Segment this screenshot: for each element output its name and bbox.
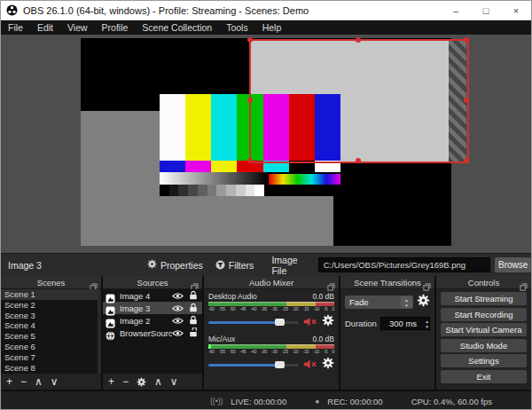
slider-handle[interactable] bbox=[275, 319, 285, 326]
popout-icon[interactable] bbox=[423, 279, 431, 287]
remove-scene-button[interactable]: − bbox=[20, 375, 27, 389]
browse-button[interactable]: Browse bbox=[495, 257, 531, 272]
lock-icon[interactable] bbox=[189, 325, 198, 341]
dock-panels: Scenes Scene 1Scene 2Scene 3Scene 4Scene… bbox=[1, 276, 531, 390]
selection-handle[interactable] bbox=[356, 158, 361, 163]
scene-list-item[interactable]: Scene 6 bbox=[1, 342, 101, 352]
scene-list-item[interactable]: Scene 3 bbox=[1, 311, 101, 321]
chevron-updown-icon[interactable]: ▴▾ bbox=[401, 296, 412, 308]
selection-handle[interactable] bbox=[247, 158, 253, 163]
exit-button[interactable]: Exit bbox=[441, 370, 527, 383]
filters-label: Filters bbox=[229, 260, 254, 271]
popout-icon[interactable] bbox=[520, 279, 528, 287]
maximize-button[interactable]: □ bbox=[471, 1, 501, 20]
meter-peak bbox=[208, 344, 211, 349]
tick-label: -20 bbox=[293, 306, 299, 312]
scene-list-item[interactable]: Scene 5 bbox=[1, 331, 101, 342]
menu-tools[interactable]: Tools bbox=[219, 22, 255, 33]
mixer-channel-name: Mic/Aux bbox=[208, 335, 235, 343]
gray-step bbox=[169, 185, 179, 196]
start-recording-button[interactable]: Start Recording bbox=[441, 308, 527, 321]
move-up-button[interactable]: ∧ bbox=[154, 375, 162, 389]
duration-label: Duration bbox=[345, 319, 377, 328]
scene-list-item[interactable]: Scene 2 bbox=[1, 300, 101, 311]
selected-source-label: Image 3 bbox=[8, 260, 147, 271]
selection-outline[interactable] bbox=[249, 39, 469, 163]
slider-handle[interactable] bbox=[275, 361, 285, 368]
remove-source-button[interactable]: − bbox=[122, 375, 129, 389]
source-properties-button[interactable] bbox=[137, 377, 146, 387]
move-down-button[interactable]: ∨ bbox=[170, 375, 178, 389]
popout-icon[interactable] bbox=[327, 279, 335, 287]
scene-list-item[interactable]: Scene 8 bbox=[1, 363, 101, 374]
studio-mode-button[interactable]: Studio Mode bbox=[441, 339, 527, 352]
tick-label: 0 bbox=[332, 349, 334, 355]
selection-handle[interactable] bbox=[356, 37, 361, 43]
menu-profile[interactable]: Profile bbox=[95, 22, 136, 33]
move-up-button[interactable]: ∧ bbox=[35, 375, 43, 389]
transition-gear-icon[interactable] bbox=[417, 294, 430, 311]
image-icon bbox=[106, 316, 115, 326]
add-scene-button[interactable]: + bbox=[6, 375, 12, 389]
add-source-button[interactable]: + bbox=[108, 375, 114, 389]
selection-handle[interactable] bbox=[464, 37, 469, 43]
spinner-arrows-icon[interactable]: ▴▾ bbox=[426, 318, 428, 329]
scene-list-item[interactable]: Scene 1 bbox=[1, 289, 101, 300]
selection-handle[interactable] bbox=[247, 98, 253, 103]
settings-button[interactable]: Settings bbox=[441, 354, 527, 367]
menu-view[interactable]: View bbox=[60, 22, 95, 33]
scenes-list: Scene 1Scene 2Scene 3Scene 4Scene 5Scene… bbox=[1, 289, 101, 374]
selection-handle[interactable] bbox=[464, 158, 469, 163]
menu-scene-collection[interactable]: Scene Collection bbox=[135, 22, 219, 33]
rec-status: REC: 00:00:00 bbox=[327, 397, 382, 406]
popout-icon[interactable] bbox=[90, 279, 98, 287]
mute-speaker-icon[interactable] bbox=[303, 357, 317, 373]
controls-header[interactable]: Controls bbox=[436, 276, 531, 289]
mute-speaker-icon[interactable] bbox=[303, 314, 317, 330]
tick-label: -25 bbox=[282, 306, 288, 312]
start-streaming-button[interactable]: Start Streaming bbox=[441, 292, 527, 305]
image-file-input[interactable]: C:/Users/OBS/Pictures/Grey169B.png bbox=[318, 257, 491, 272]
tick-label: -10 bbox=[313, 349, 319, 355]
move-down-button[interactable]: ∨ bbox=[51, 375, 59, 389]
audio-mixer-body: Desktop Audio0.0 dB-60-55-50-45-40-35-30… bbox=[204, 289, 339, 390]
duration-spinner[interactable]: 300 ms ▴▾ bbox=[380, 317, 430, 330]
tick-label: -35 bbox=[261, 306, 267, 312]
close-button[interactable]: × bbox=[501, 1, 531, 20]
menu-file[interactable]: File bbox=[1, 22, 30, 33]
eye-icon[interactable] bbox=[172, 325, 184, 341]
minimize-button[interactable]: – bbox=[441, 1, 471, 20]
selection-handle[interactable] bbox=[247, 37, 253, 43]
mixer-gear-icon[interactable] bbox=[322, 314, 334, 330]
tick-label: -35 bbox=[261, 349, 267, 355]
selection-handle[interactable] bbox=[464, 98, 469, 103]
sources-header[interactable]: Sources bbox=[103, 276, 202, 289]
filter-icon bbox=[215, 260, 225, 270]
tick-label: -40 bbox=[250, 306, 256, 312]
scenes-header[interactable]: Scenes bbox=[1, 276, 101, 289]
menu-edit[interactable]: Edit bbox=[30, 22, 60, 33]
scene-list-item[interactable]: Scene 4 bbox=[1, 320, 101, 331]
meter-scale: -60-55-50-45-40-35-30-25-20-15-10-50 bbox=[208, 306, 334, 312]
popout-icon[interactable] bbox=[191, 279, 199, 287]
audio-mixer-title: Audio Mixer bbox=[249, 278, 293, 288]
tick-label: -15 bbox=[302, 306, 309, 312]
volume-slider[interactable] bbox=[208, 321, 299, 324]
menu-help[interactable]: Help bbox=[255, 22, 289, 33]
controls-title: Controls bbox=[468, 278, 499, 288]
duration-value: 300 ms bbox=[389, 319, 417, 328]
properties-button[interactable]: Properties bbox=[147, 259, 203, 271]
filters-button[interactable]: Filters bbox=[215, 260, 254, 271]
source-list-item[interactable]: BrowserSource bbox=[103, 327, 202, 339]
mixer-channel: Desktop Audio0.0 dB-60-55-50-45-40-35-30… bbox=[208, 292, 334, 330]
scene-transitions-header[interactable]: Scene Transitions bbox=[340, 276, 434, 289]
scene-list-item[interactable]: Scene 7 bbox=[1, 352, 101, 363]
transition-select[interactable]: Fade ▴▾ bbox=[345, 296, 413, 309]
scenes-scrollbar[interactable] bbox=[98, 289, 101, 374]
mixer-gear-icon[interactable] bbox=[322, 357, 334, 373]
audio-mixer-header[interactable]: Audio Mixer bbox=[204, 276, 339, 289]
volume-slider[interactable] bbox=[208, 364, 299, 367]
tick-label: -60 bbox=[208, 306, 215, 312]
scene-transitions-title: Scene Transitions bbox=[354, 278, 421, 288]
start-virtual-camera-button[interactable]: Start Virtual Camera bbox=[441, 323, 527, 336]
